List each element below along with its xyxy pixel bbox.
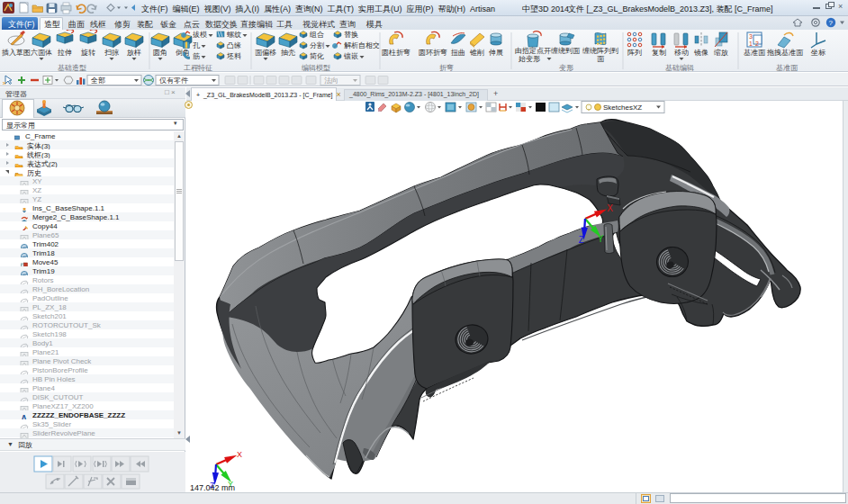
svg-text:拖拽基准面: 拖拽基准面: [766, 49, 804, 57]
svg-text:简化: 简化: [310, 52, 324, 60]
svg-text:编辑模型: 编辑模型: [302, 64, 330, 72]
svg-text:缩放: 缩放: [714, 49, 728, 57]
svg-text:仅有零件: 仅有零件: [159, 76, 188, 85]
svg-text:全部: 全部: [91, 76, 105, 85]
svg-text:法向: 法向: [324, 76, 338, 85]
svg-text:组合: 组合: [309, 31, 324, 39]
svg-text:3: 3: [749, 33, 753, 40]
svg-text:插入草图: 插入草图: [2, 49, 31, 57]
svg-text:面偏移: 面偏移: [255, 49, 276, 57]
svg-text:拉伸: 拉伸: [57, 49, 72, 57]
svg-text:147.042 mm: 147.042 mm: [190, 483, 235, 492]
svg-text:折弯: 折弯: [439, 64, 454, 72]
svg-text:2: 2: [755, 40, 759, 47]
svg-text:替换: 替换: [344, 31, 358, 39]
svg-text:X: X: [607, 203, 613, 213]
svg-text:圆角: 圆角: [153, 49, 167, 57]
svg-text:Y: Y: [598, 234, 604, 244]
svg-text:镶嵌: 镶嵌: [343, 52, 358, 60]
svg-text:阵列: 阵列: [627, 49, 642, 57]
svg-text:扭曲: 扭曲: [450, 49, 465, 57]
svg-text:变形: 变形: [559, 64, 573, 72]
svg-text:伸展: 伸展: [488, 49, 503, 57]
svg-text:工程特征: 工程特征: [184, 64, 212, 72]
svg-text:镜像: 镜像: [693, 49, 708, 57]
svg-text:扫掠: 扫掠: [104, 49, 119, 57]
svg-text:六面体: 六面体: [31, 49, 52, 57]
svg-text:圆环折弯: 圆环折弯: [419, 49, 447, 57]
svg-text:?: ?: [829, 19, 834, 27]
svg-text:基准面: 基准面: [776, 64, 798, 72]
svg-text:倒角: 倒角: [176, 49, 190, 57]
svg-text:分割: 分割: [310, 41, 324, 50]
svg-text:由指定点开: 由指定点开: [515, 47, 551, 55]
svg-text:始变形: 始变形: [519, 55, 540, 63]
svg-text:凸缘: 凸缘: [227, 41, 241, 50]
svg-text:旋转: 旋转: [81, 49, 95, 57]
svg-text:复制: 复制: [652, 49, 666, 57]
svg-text:抽壳: 抽壳: [281, 49, 295, 57]
svg-text:放样: 放样: [127, 49, 141, 57]
svg-text:移动: 移动: [674, 49, 689, 57]
svg-text:基准面: 基准面: [744, 49, 766, 57]
svg-text:基础造型: 基础造型: [58, 64, 86, 72]
svg-text:Z: Z: [579, 235, 584, 245]
svg-text:锥削: 锥削: [469, 49, 484, 57]
svg-text:1: 1: [749, 40, 753, 47]
svg-text:解析自相交: 解析自相交: [344, 41, 380, 50]
svg-text:坐标: 坐标: [810, 49, 825, 57]
svg-text:X: X: [237, 450, 242, 459]
svg-text:拔模: 拔模: [193, 31, 207, 39]
svg-text:基础编辑: 基础编辑: [665, 64, 694, 72]
svg-text:坯料: 坯料: [226, 52, 241, 60]
svg-text:筋: 筋: [193, 52, 200, 60]
svg-text:孔: 孔: [193, 41, 201, 50]
svg-text:缠绕阵列到: 缠绕阵列到: [582, 47, 618, 55]
svg-text:面: 面: [597, 55, 605, 63]
svg-text:圆柱折弯: 圆柱折弯: [382, 49, 410, 57]
svg-text:缠绕到面: 缠绕到面: [551, 47, 581, 55]
svg-text:螺纹: 螺纹: [227, 31, 241, 39]
